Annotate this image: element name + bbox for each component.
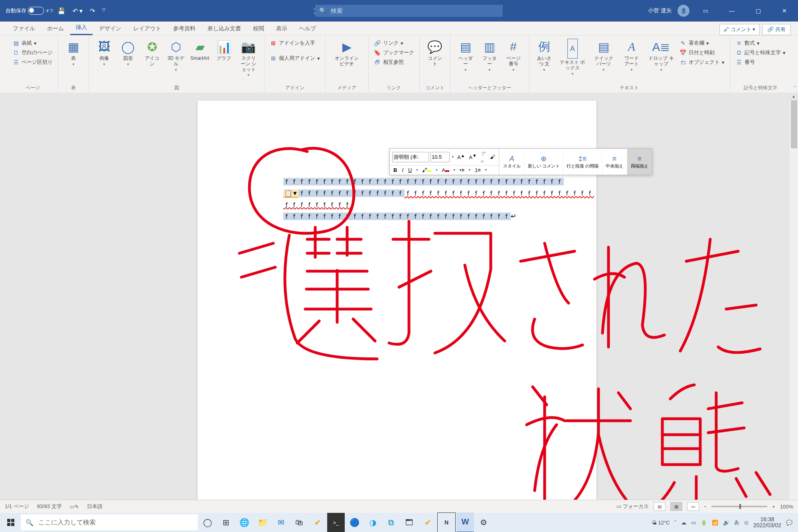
bullets-button[interactable]: •≡ (458, 167, 466, 173)
insert-options-icon[interactable]: 📋▾ (283, 189, 298, 198)
scroll-thumb[interactable] (791, 100, 797, 148)
weather-widget[interactable]: 🌤 12°C (652, 520, 670, 526)
task-view-icon[interactable]: ⊞ (217, 513, 235, 532)
cross-reference-button[interactable]: 🗗相互参照 (373, 58, 415, 67)
shapes-button[interactable]: ◯図形▼ (117, 37, 139, 68)
battery-icon[interactable]: 🔋 (701, 520, 707, 526)
vscode-icon[interactable]: ⧉ (382, 513, 400, 532)
word-count[interactable]: 93/93 文字 (37, 503, 62, 510)
date-time-button[interactable]: 📅日付と時刻 (678, 48, 726, 57)
minimize-button[interactable]: ― (721, 0, 742, 22)
word-taskbar-icon[interactable]: W (456, 512, 474, 532)
terminal-icon[interactable]: >_ (327, 513, 345, 532)
3d-models-button[interactable]: ⬡3D モデル▼ (165, 37, 187, 73)
cortana-icon[interactable]: ◯ (199, 513, 216, 532)
footer-button[interactable]: ▥フッター▼ (478, 37, 501, 73)
web-layout-icon[interactable]: ▭ (687, 502, 699, 511)
center-align-button[interactable]: ≡中央揃え (602, 149, 627, 175)
user-avatar-icon[interactable]: 👤 (678, 5, 689, 17)
blank-page-button[interactable]: 🗋空白のページ (11, 48, 54, 57)
greeting-button[interactable]: 例あいさつ 文▼ (533, 37, 555, 73)
table-button[interactable]: ▦表▼ (62, 37, 85, 68)
app-icon-1[interactable]: ✔ (309, 513, 326, 532)
underline-button[interactable]: U (407, 167, 413, 173)
quick-parts-button[interactable]: ▤クイック パーツ▼ (590, 37, 618, 73)
icons-button[interactable]: ✪アイコン (141, 37, 163, 69)
vertical-scrollbar[interactable]: ▲ ▼ (789, 93, 798, 513)
spell-check-icon[interactable]: ▭✎ (70, 504, 79, 510)
decrease-font-icon[interactable]: A▼ (468, 153, 478, 161)
number-button[interactable]: ☰番号 (734, 58, 787, 67)
get-addins-button[interactable]: ⊞アドインを入手 (269, 39, 321, 47)
read-mode-icon[interactable]: ▤ (654, 502, 666, 511)
wifi-icon[interactable]: 📶 (712, 520, 718, 526)
ime-icon[interactable]: ⊙ (744, 520, 749, 526)
undo-icon[interactable]: ↶ ▾ (73, 7, 83, 15)
app-icon-3[interactable]: 🗔 (401, 513, 418, 532)
document-text[interactable]: ｆｆｆｆｆｆｆｆｆｆｆｆｆｆｆｆｆｆｆｆｆｆｆｆｆｆｆｆｆｆｆｆｆｆｆｆｆ 📋▾… (283, 176, 597, 223)
zoom-out-button[interactable]: − (704, 504, 707, 510)
zoom-level[interactable]: 100% (780, 504, 793, 510)
store-icon[interactable]: 🛍 (290, 513, 308, 532)
save-icon[interactable]: 💾 (57, 7, 65, 15)
share-button[interactable]: 🔗 共有 (762, 24, 791, 35)
header-button[interactable]: ▤ヘッダー▼ (454, 37, 477, 73)
tab-home[interactable]: ホーム (41, 22, 69, 35)
new-comment-button[interactable]: ⊕新しい コメント (524, 149, 563, 175)
tab-review[interactable]: 校閲 (247, 22, 270, 35)
explorer-icon[interactable]: 📁 (254, 513, 271, 532)
start-button[interactable] (2, 513, 20, 532)
zoom-slider[interactable] (711, 506, 767, 507)
redo-icon[interactable]: ↷ (90, 7, 95, 15)
tab-mailings[interactable]: 差し込み文書 (202, 22, 247, 35)
close-button[interactable]: ✕ (774, 0, 795, 22)
tray-expand-icon[interactable]: ˆ (675, 520, 676, 526)
print-layout-icon[interactable]: ▦ (670, 502, 682, 511)
signature-line-button[interactable]: ✎署名欄 ▾ (678, 39, 726, 47)
focus-mode-button[interactable]: ▭ フォーカス (616, 503, 649, 510)
cover-page-button[interactable]: ▤表紙 ▾ (11, 39, 54, 47)
italic-button[interactable]: I (401, 167, 405, 173)
chart-button[interactable]: 📊グラフ (213, 37, 235, 63)
textbox-button[interactable]: Aテキスト ボックス▼ (557, 37, 588, 77)
tab-references[interactable]: 参考資料 (168, 22, 201, 35)
page-break-button[interactable]: ☰ページ区切り (11, 58, 54, 67)
tab-layout[interactable]: レイアウト (128, 22, 167, 35)
volume-icon[interactable]: 🔊 (723, 520, 729, 526)
app-icon-2[interactable]: ◑ (364, 513, 381, 532)
justify-button[interactable]: ≡両端揃え (627, 149, 652, 175)
tab-help[interactable]: ヘルプ (294, 22, 322, 35)
page-indicator[interactable]: 1/1 ページ (5, 503, 29, 510)
collapse-ribbon-icon[interactable]: ˆ (794, 86, 796, 91)
phonetic-guide-icon[interactable]: ア亜 (480, 150, 487, 164)
font-color-button[interactable]: A (440, 167, 450, 173)
font-family-combo[interactable] (392, 152, 429, 162)
mail-icon[interactable]: ✉ (272, 513, 290, 532)
tab-file[interactable]: ファイル (7, 22, 41, 35)
symbol-button[interactable]: Ω記号と特殊文字 ▾ (734, 48, 787, 57)
online-video-button[interactable]: ▶オンライン ビデオ (330, 37, 364, 69)
language-indicator[interactable]: 日本語 (87, 503, 103, 510)
page-number-button[interactable]: #ページ 番号▼ (502, 37, 525, 73)
chrome-icon[interactable]: 🔵 (346, 513, 363, 532)
ribbon-display-icon[interactable]: ▭ (695, 0, 716, 22)
format-painter-icon[interactable]: 🖌 (489, 154, 496, 160)
pictures-button[interactable]: 🖼画像▼ (93, 37, 115, 68)
onedrive-icon[interactable]: ☁ (681, 520, 686, 526)
qat-dropdown-icon[interactable]: ▽ (102, 7, 105, 15)
comment-button[interactable]: 💬コメント (424, 37, 446, 69)
equation-button[interactable]: π数式 ▾ (734, 39, 787, 47)
wordart-button[interactable]: Aワード アート▼ (619, 37, 644, 73)
app-icon-4[interactable]: ✔ (419, 513, 437, 532)
autosave-toggle[interactable]: 自動保存 オフ (6, 7, 53, 15)
tab-insert[interactable]: 挿入 (70, 21, 93, 35)
styles-button[interactable]: Aスタイル (499, 149, 524, 175)
scroll-up-icon[interactable]: ▲ (789, 93, 798, 100)
numbering-button[interactable]: 1≡ (474, 167, 482, 173)
link-button[interactable]: 🔗リンク ▾ (373, 39, 415, 47)
increase-font-icon[interactable]: A▲ (456, 153, 466, 161)
my-addins-button[interactable]: ⊞個人用アドイン ▾ (269, 54, 321, 63)
bold-button[interactable]: B (392, 167, 398, 173)
ime-indicator[interactable]: あ (734, 519, 739, 526)
tab-view[interactable]: 表示 (271, 22, 293, 35)
